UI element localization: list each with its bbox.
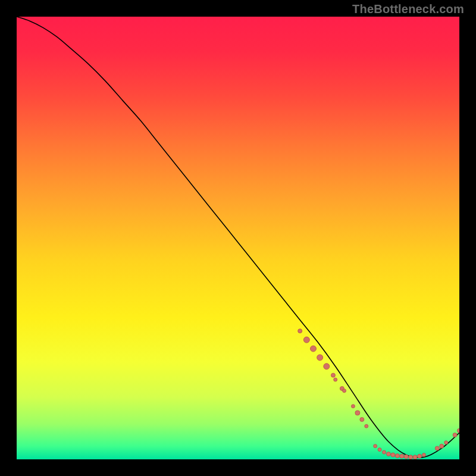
data-point bbox=[453, 433, 457, 437]
data-point bbox=[404, 455, 408, 459]
data-point bbox=[374, 444, 377, 448]
data-point bbox=[355, 411, 360, 415]
data-point bbox=[444, 441, 448, 444]
data-point bbox=[365, 424, 368, 428]
data-point bbox=[386, 452, 390, 456]
data-point bbox=[413, 455, 417, 459]
gradient-background bbox=[17, 17, 459, 459]
data-point bbox=[317, 355, 323, 361]
data-point bbox=[343, 389, 346, 393]
data-point bbox=[303, 337, 309, 343]
data-point bbox=[422, 453, 425, 457]
data-point bbox=[458, 428, 460, 433]
data-point bbox=[418, 454, 422, 458]
data-point bbox=[351, 405, 355, 408]
data-point bbox=[324, 364, 330, 369]
data-point bbox=[395, 454, 399, 458]
data-point bbox=[400, 454, 404, 458]
data-point bbox=[310, 346, 316, 352]
data-point bbox=[440, 444, 444, 448]
watermark-text: TheBottleneck.com bbox=[352, 2, 464, 16]
data-point bbox=[298, 329, 302, 333]
data-point bbox=[334, 378, 337, 381]
data-point bbox=[435, 446, 439, 450]
chart-stage: TheBottleneck.com bbox=[0, 0, 476, 476]
plot-area bbox=[17, 17, 459, 459]
data-point bbox=[331, 373, 335, 377]
data-point bbox=[378, 448, 381, 452]
data-point bbox=[391, 453, 395, 457]
data-point bbox=[409, 455, 413, 459]
data-point bbox=[383, 450, 386, 454]
bottleneck-chart-svg bbox=[17, 17, 459, 459]
data-point bbox=[360, 418, 364, 422]
